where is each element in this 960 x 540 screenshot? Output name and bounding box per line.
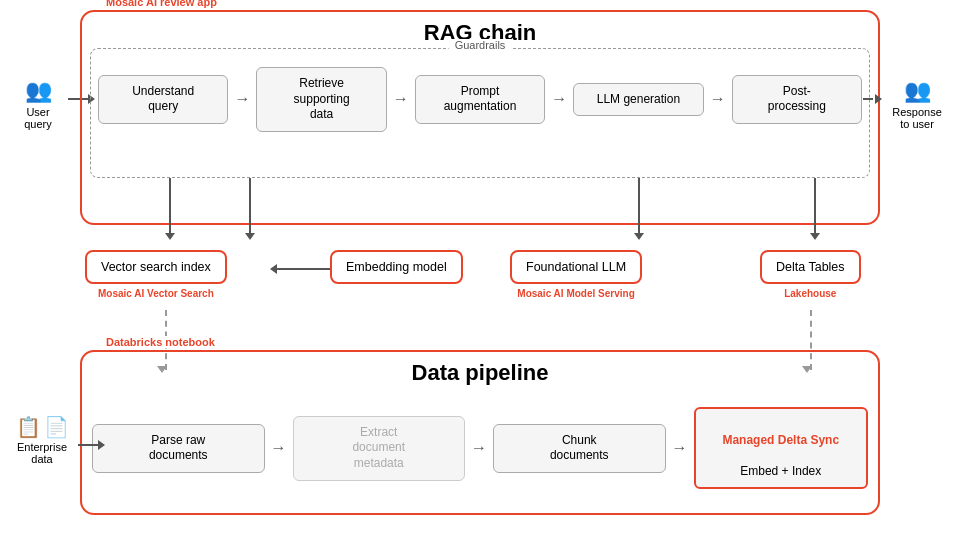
pipeline-arrow-2 <box>465 439 493 457</box>
arrow-2 <box>387 90 415 108</box>
enterprise-to-pipeline-arrow <box>78 440 105 450</box>
guardrails-label: Guardrails <box>449 39 512 51</box>
delta-tables-box: Delta Tables <box>760 250 861 284</box>
post-processing-box: Post- processing <box>732 75 862 124</box>
delta-tables-sublabel: Lakehouse <box>760 288 861 299</box>
arrow-4 <box>704 90 732 108</box>
rag-to-response-arrow <box>863 94 882 104</box>
doc-icon: 📄 <box>44 415 69 439</box>
llm-to-foundational-arrow <box>634 178 644 240</box>
pipeline-arrow-1 <box>265 439 293 457</box>
person-icon: 👥 <box>25 78 52 103</box>
pipeline-arrow-3 <box>666 439 694 457</box>
pipeline-row: Parse raw documents Extract document met… <box>92 407 868 489</box>
vector-search-box: Vector search index <box>85 250 227 284</box>
diagram: 👥 User query Mosaic AI review app RAG ch… <box>0 0 960 540</box>
response-label: Response to user <box>882 106 952 130</box>
pipeline-notebook-label: Databricks notebook <box>102 336 219 348</box>
parse-raw-box: Parse raw documents <box>92 424 265 473</box>
managed-delta-sync-label: Managed Delta Sync <box>722 433 839 447</box>
understand-to-vector-arrow <box>165 178 175 240</box>
arrow-1 <box>228 90 256 108</box>
enterprise-data-label: Enterprise data <box>8 441 76 465</box>
user-query-group: 👥 User query <box>8 78 68 130</box>
embedding-model-group: Embedding model <box>330 250 463 284</box>
understand-query-box: Understand query <box>98 75 228 124</box>
response-user-group: 👥 Response to user <box>882 78 952 130</box>
table-icon: 📋 <box>16 415 41 439</box>
enterprise-data-group: 📋 📄 Enterprise data <box>8 415 76 465</box>
retrieve-data-box: Retrieve supporting data <box>256 67 386 132</box>
user-query-label: User query <box>8 106 68 130</box>
extract-metadata-box: Extract document metadata <box>293 416 466 481</box>
vector-search-group: Vector search index Mosaic AI Vector Sea… <box>85 250 227 299</box>
embed-index-label: Embed + Index <box>740 464 821 478</box>
vector-search-sublabel: Mosaic AI Vector Search <box>85 288 227 299</box>
foundational-llm-group: Foundational LLM Mosaic AI Model Serving <box>510 250 642 299</box>
llm-generation-box: LLM generation <box>573 83 703 117</box>
managed-delta-sync-box: Managed Delta Sync Embed + Index <box>694 407 869 489</box>
pipeline-title: Data pipeline <box>82 360 878 386</box>
enterprise-icons: 📋 📄 <box>8 415 76 439</box>
foundational-llm-sublabel: Mosaic AI Model Serving <box>510 288 642 299</box>
vec-embed-arrow <box>270 264 332 274</box>
response-person-icon: 👥 <box>904 78 931 103</box>
embedding-model-box: Embedding model <box>330 250 463 284</box>
rag-outer-label: Mosaic AI review app <box>102 0 221 8</box>
data-pipeline-box: Databricks notebook Data pipeline Parse … <box>80 350 880 515</box>
prompt-augmentation-box: Prompt augmentation <box>415 75 545 124</box>
chunk-documents-box: Chunk documents <box>493 424 666 473</box>
rag-chain-box: Mosaic AI review app RAG chain Guardrail… <box>80 10 880 225</box>
post-to-delta-arrow <box>810 178 820 240</box>
retrieve-to-vector-arrow <box>245 178 255 240</box>
process-row: Understand query Retrieve supporting dat… <box>98 67 862 132</box>
foundational-llm-box: Foundational LLM <box>510 250 642 284</box>
arrow-3 <box>545 90 573 108</box>
delta-tables-group: Delta Tables Lakehouse <box>760 250 861 299</box>
